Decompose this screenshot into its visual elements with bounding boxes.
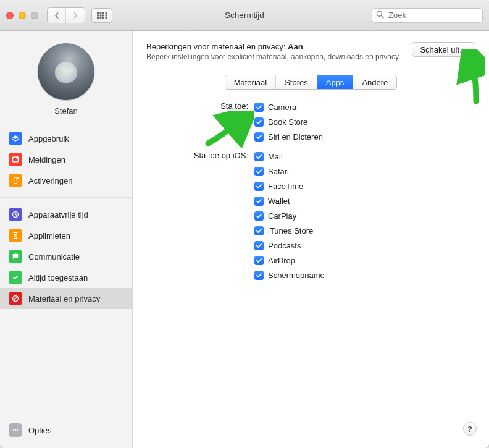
search-input[interactable] [372,8,483,23]
checkbox[interactable] [254,182,264,191]
sidebar-item-pickups[interactable]: Activeringen [0,170,132,191]
checkbox-label: Camera [268,103,296,112]
tab-apps[interactable]: Apps [317,75,354,89]
checkbox[interactable] [254,271,264,280]
list-item: Mail [254,150,325,163]
list-item: FaceTime [254,180,325,192]
svg-rect-10 [102,17,104,19]
list-item: Siri en Dicteren [254,130,323,143]
sidebar-item-label: Applimieten [28,231,70,240]
user-name: Stefan [54,106,78,116]
tab-label: Andere [362,78,388,87]
sidebar-group-bottom: Opties [0,416,132,448]
checkbox[interactable] [254,256,264,265]
check-shield-icon [9,271,22,284]
checkbox[interactable] [254,211,264,221]
header-row: Beperkingen voor materiaal en privacy: A… [146,42,475,61]
sidebar-item-notifications[interactable]: Meldingen [0,149,132,170]
header-title-state: Aan [288,42,303,51]
sidebar-item-downtime[interactable]: Apparaatvrije tijd [0,204,132,225]
svg-rect-8 [97,17,99,19]
body: Stefan Appgebruik Meldingen [0,31,489,448]
svg-line-19 [14,297,17,300]
checkbox[interactable] [254,132,264,142]
svg-point-20 [13,429,14,431]
sidebar-item-label: Meldingen [28,155,65,164]
nav-back-forward [47,7,85,23]
checkbox-label: Safari [268,167,289,176]
svg-line-13 [381,15,383,18]
allow-block: Sta toe: CameraBook StoreSiri en Dictere… [146,101,475,143]
sidebar-item-app-usage[interactable]: Appgebruik [0,128,132,149]
notification-icon [9,153,22,166]
checkbox-label: CarPlay [268,211,296,221]
tab-other[interactable]: Andere [353,75,396,89]
list-item: iTunes Store [254,224,325,237]
list-item: Safari [254,165,325,177]
sidebar-item-content-privacy[interactable]: Materiaal en privacy [0,288,132,309]
svg-rect-4 [97,14,99,16]
sidebar-item-label: Altijd toegestaan [28,273,88,282]
sidebar-item-label: Opties [28,426,52,435]
checkbox[interactable] [254,103,264,112]
sidebar-item-options[interactable]: Opties [0,420,132,441]
checkbox-label: AirDrop [268,256,295,265]
svg-rect-16 [14,177,17,184]
help-label: ? [467,425,472,434]
header-text: Beperkingen voor materiaal en privacy: A… [146,42,404,61]
toggle-off-button[interactable]: Schakel uit… [412,42,475,57]
layers-icon [9,132,22,145]
tabs-wrap: Materiaal Stores Apps Andere [146,75,475,90]
sidebar-item-communication[interactable]: Communicatie [0,246,132,267]
svg-rect-11 [106,17,107,19]
allow-ios-list: MailSafariFaceTimeWalletCarPlayiTunes St… [254,150,325,281]
button-label: Schakel uit… [420,45,467,54]
svg-rect-3 [106,12,107,14]
back-button[interactable] [48,8,66,23]
allow-label: Sta toe: [146,101,254,143]
phone-icon [9,174,22,187]
sidebar-item-label: Materiaal en privacy [28,294,100,303]
prohibit-icon [9,292,22,305]
zoom-window-button[interactable] [31,12,38,19]
svg-rect-9 [100,17,102,19]
svg-rect-0 [97,12,99,14]
checkbox-label: Wallet [268,197,290,206]
svg-rect-5 [100,14,102,16]
svg-rect-6 [102,14,104,16]
checkbox[interactable] [254,226,264,235]
sidebar-item-always-allowed[interactable]: Altijd toegestaan [0,267,132,288]
checkbox[interactable] [254,117,264,127]
minimize-window-button[interactable] [19,12,26,19]
checkbox-label: iTunes Store [268,226,313,235]
sidebar-item-app-limits[interactable]: Applimieten [0,225,132,246]
tab-label: Stores [285,78,308,87]
sidebar-group-activity: Appgebruik Meldingen Activeringen [0,124,132,195]
close-window-button[interactable] [6,12,14,19]
clock-icon [9,208,22,221]
forward-button[interactable] [66,8,85,23]
header-title: Beperkingen voor materiaal en privacy: A… [146,42,404,51]
tab-label: Materiaal [234,78,267,87]
header-title-prefix: Beperkingen voor materiaal en privacy: [146,42,288,51]
svg-rect-7 [106,14,107,16]
tab-content[interactable]: Materiaal [225,75,276,89]
chevron-right-icon [72,12,78,19]
tab-stores[interactable]: Stores [276,75,317,89]
allow-ios-block: Sta toe op iOS: MailSafariFaceTimeWallet… [146,150,475,281]
search-field-wrap [372,8,483,23]
sidebar-group-limits: Apparaatvrije tijd Applimieten Communica… [0,200,132,313]
checkbox[interactable] [254,197,264,206]
show-all-button[interactable] [91,8,112,23]
tab-label: Apps [326,78,345,87]
checkbox[interactable] [254,241,264,250]
checkbox[interactable] [254,152,264,161]
chat-icon [9,250,22,263]
header-subtitle: Beperk instellingen voor expliciet mater… [146,53,404,61]
avatar[interactable] [38,43,94,100]
checkbox[interactable] [254,167,264,176]
help-button[interactable]: ? [463,422,477,436]
list-item: Schermopname [254,269,325,281]
grid-icon [97,12,107,19]
checkbox-label: Book Store [268,117,307,127]
